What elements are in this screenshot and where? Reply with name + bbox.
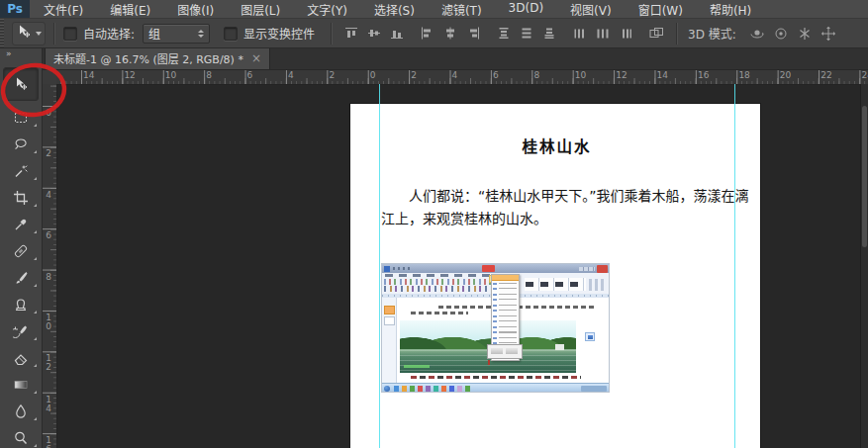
3d-drag-icon[interactable] [797, 26, 814, 42]
vertical-ruler[interactable]: 0246810121416 [42, 84, 57, 448]
word-page-thumbnail-active [384, 306, 395, 314]
photoshop-logo: Ps [0, 0, 30, 18]
tool-preset-picker[interactable] [12, 22, 46, 45]
tool-flyout-arrow [34, 150, 37, 153]
v-ruler-label: 6 [44, 230, 53, 239]
menu-item-edit[interactable]: 编辑(E) [110, 1, 150, 18]
align-top-edges-icon[interactable] [344, 27, 359, 41]
mode-3d-label: 3D 模式: [688, 25, 736, 42]
word-app-icon [384, 266, 390, 272]
word-ribbon-right-buttons [589, 279, 607, 291]
eraser-tool[interactable] [0, 344, 42, 371]
word-quick-access-toolbar [393, 267, 413, 270]
auto-select-label: 自动选择: [83, 25, 135, 42]
clone-stamp-tool[interactable] [0, 291, 42, 317]
v-ruler-label: 12 [44, 353, 53, 371]
panel-collapse-toggle[interactable]: » [0, 47, 42, 61]
guide-vertical-right[interactable] [734, 84, 735, 448]
h-ruler-label: 8 [533, 70, 539, 80]
tab-bar: 未标题-1 @ 16.7% (图层 2, RGB/8) * × [42, 47, 868, 70]
tool-flyout-arrow [34, 444, 37, 447]
align-left-edges-icon[interactable] [421, 27, 435, 41]
guide-vertical-left[interactable] [379, 84, 380, 448]
align-horizontal-centers-icon[interactable] [443, 27, 458, 41]
tool-flyout-arrow [34, 417, 37, 420]
distribute-bottom-edges-icon[interactable] [542, 27, 557, 41]
menu-item-view[interactable]: 视图(V) [570, 1, 612, 18]
align-right-edges-icon[interactable] [466, 27, 481, 41]
tool-flyout-arrow [34, 364, 37, 367]
show-transform-checkbox[interactable] [224, 27, 238, 41]
rectangular-marquee-tool[interactable] [0, 104, 42, 131]
photo-building [555, 344, 564, 350]
menu-item-image[interactable]: 图像(I) [177, 1, 214, 18]
gradient-tool[interactable] [0, 371, 42, 398]
horizontal-ruler[interactable]: 1412108642024681012141618202224 [56, 69, 868, 85]
distribute-vertical-centers-icon[interactable] [520, 27, 534, 41]
menu-item-filter[interactable]: 滤镜(T) [441, 1, 482, 18]
menu-item-select[interactable]: 选择(S) [374, 1, 415, 18]
v-ruler-label: 0 [44, 108, 53, 117]
3d-rotate-icon[interactable] [749, 26, 766, 42]
h-ruler-label: 14 [657, 70, 668, 80]
move-tool[interactable] [3, 67, 39, 101]
word-dropdown-menu [491, 274, 520, 361]
tool-flyout-arrow [34, 230, 37, 233]
h-ruler-label: 8 [206, 70, 212, 80]
tab-close-button[interactable]: × [251, 51, 261, 65]
menu-item-window[interactable]: 窗口(W) [638, 1, 683, 18]
dodge-tool[interactable] [0, 424, 42, 448]
separator [331, 23, 333, 45]
h-ruler-label: 10 [575, 70, 586, 80]
document-tab[interactable]: 未标题-1 @ 16.7% (图层 2, RGB/8) * × [45, 47, 270, 69]
menu-items: 文件(F)编辑(E)图像(I)图层(L)文字(Y)选择(S)滤镜(T)3D(D)… [30, 1, 751, 18]
align-vertical-centers-icon[interactable] [367, 27, 382, 41]
distribute-right-edges-icon[interactable] [619, 27, 633, 41]
auto-align-layers-icon[interactable] [649, 27, 664, 41]
distribute-top-edges-icon[interactable] [497, 27, 512, 41]
menu-item-layer[interactable]: 图层(L) [241, 1, 280, 18]
3d-slide-icon[interactable] [820, 26, 837, 42]
dropdown-value: 组 [148, 25, 160, 42]
3d-mode-buttons [746, 26, 841, 42]
word-window-buttons [579, 267, 595, 271]
separator [676, 23, 678, 45]
tool-flyout-arrow [34, 177, 37, 180]
canvas-scrollbar[interactable] [860, 84, 868, 448]
magic-wand-tool[interactable] [0, 157, 42, 184]
auto-select-checkbox[interactable] [63, 27, 77, 41]
distribute-left-edges-icon[interactable] [573, 27, 588, 41]
menu-bar: Ps 文件(F)编辑(E)图像(I)图层(L)文字(Y)选择(S)滤镜(T)3D… [0, 0, 868, 19]
scrollbar-thumb[interactable] [862, 106, 867, 247]
align-bottom-edges-icon[interactable] [390, 27, 405, 41]
h-ruler-label: 20 [780, 70, 791, 80]
spot-healing-brush-tool[interactable] [0, 237, 42, 264]
lasso-tool[interactable] [0, 131, 42, 157]
history-brush-tool[interactable] [0, 317, 42, 344]
document-paragraph: 人们都说：“桂林山水甲天下。”我们乘着木船，荡漾在漓 江上，来观赏桂林的山水。 [381, 185, 735, 230]
crop-tool[interactable] [0, 184, 42, 211]
menu-item-3d[interactable]: 3D(D) [509, 1, 543, 18]
word-text-line [411, 312, 468, 314]
word-layout-options-button [585, 332, 595, 341]
distribute-horizontal-centers-icon[interactable] [596, 27, 611, 41]
options-bar: 自动选择: 组 显示变换控件 3D 模式: [0, 19, 868, 48]
move-tool-icon [16, 24, 32, 44]
blur-tool[interactable] [0, 398, 42, 424]
tool-flyout-arrow [34, 311, 37, 314]
auto-select-scope-dropdown[interactable]: 组 [143, 24, 210, 44]
eyedropper-tool[interactable] [0, 211, 42, 237]
word-menu-items [499, 283, 517, 344]
tool-flyout-arrow [34, 204, 37, 207]
menu-item-file[interactable]: 文件(F) [44, 1, 83, 18]
separator [53, 23, 55, 45]
h-ruler-label: 18 [738, 70, 749, 80]
h-ruler-label: 4 [288, 70, 294, 80]
brush-tool[interactable] [0, 264, 42, 291]
menu-item-help[interactable]: 帮助(H) [710, 1, 751, 18]
canvas-area[interactable]: 桂林山水 人们都说：“桂林山水甲天下。”我们乘着木船，荡漾在漓 江上，来观赏桂林… [56, 84, 868, 448]
word-page-thumbnail [384, 316, 395, 325]
menu-item-type[interactable]: 文字(Y) [307, 1, 347, 18]
3d-roll-icon[interactable] [773, 26, 790, 42]
word-caption-line [411, 376, 581, 379]
